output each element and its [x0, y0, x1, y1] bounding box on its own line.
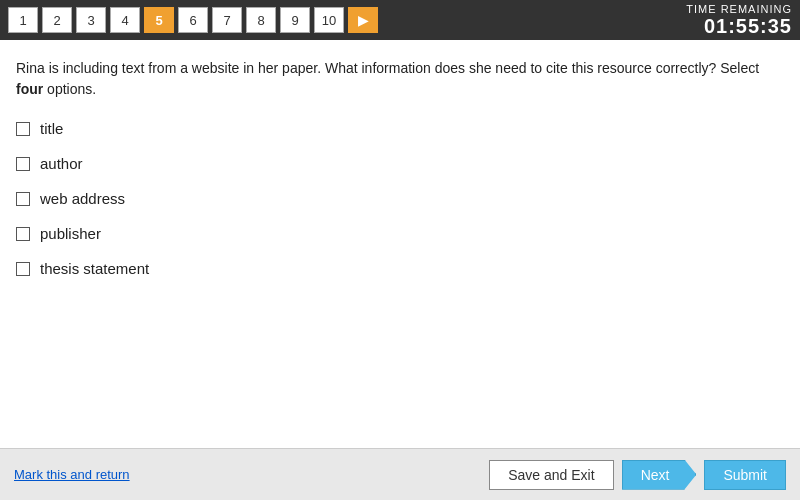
option-row-opt-thesis-statement: thesis statement	[16, 260, 784, 277]
checkbox-opt-thesis-statement[interactable]	[16, 262, 30, 276]
submit-button[interactable]: Submit	[704, 460, 786, 490]
option-label-opt-title: title	[40, 120, 63, 137]
checkbox-opt-author[interactable]	[16, 157, 30, 171]
next-button[interactable]: Next	[622, 460, 697, 490]
main-content: Rina is including text from a website in…	[0, 40, 800, 448]
top-navigation-bar: 12345678910▶ TIME REMAINING 01:55:35	[0, 0, 800, 40]
question-nav: 12345678910▶	[8, 7, 378, 33]
question-text-before: Rina is including text from a website in…	[16, 60, 759, 76]
nav-arrow-button[interactable]: ▶	[348, 7, 378, 33]
nav-btn-9[interactable]: 9	[280, 7, 310, 33]
timer-value: 01:55:35	[686, 15, 792, 38]
nav-btn-2[interactable]: 2	[42, 7, 72, 33]
option-label-opt-author: author	[40, 155, 83, 172]
option-row-opt-web-address: web address	[16, 190, 784, 207]
nav-btn-3[interactable]: 3	[76, 7, 106, 33]
options-list: titleauthorweb addresspublisherthesis st…	[16, 120, 784, 277]
nav-btn-6[interactable]: 6	[178, 7, 208, 33]
bottom-right-buttons: Save and Exit Next Submit	[489, 460, 786, 490]
timer-label: TIME REMAINING	[686, 3, 792, 15]
timer-section: TIME REMAINING 01:55:35	[686, 3, 792, 38]
option-label-opt-publisher: publisher	[40, 225, 101, 242]
option-label-opt-web-address: web address	[40, 190, 125, 207]
question-text-after: options.	[43, 81, 96, 97]
option-row-opt-publisher: publisher	[16, 225, 784, 242]
question-text: Rina is including text from a website in…	[16, 58, 784, 100]
save-exit-button[interactable]: Save and Exit	[489, 460, 613, 490]
nav-btn-8[interactable]: 8	[246, 7, 276, 33]
nav-btn-10[interactable]: 10	[314, 7, 344, 33]
nav-btn-5[interactable]: 5	[144, 7, 174, 33]
checkbox-opt-web-address[interactable]	[16, 192, 30, 206]
option-row-opt-author: author	[16, 155, 784, 172]
checkbox-opt-title[interactable]	[16, 122, 30, 136]
checkbox-opt-publisher[interactable]	[16, 227, 30, 241]
question-bold: four	[16, 81, 43, 97]
nav-btn-1[interactable]: 1	[8, 7, 38, 33]
option-label-opt-thesis-statement: thesis statement	[40, 260, 149, 277]
nav-btn-7[interactable]: 7	[212, 7, 242, 33]
nav-btn-4[interactable]: 4	[110, 7, 140, 33]
mark-return-button[interactable]: Mark this and return	[14, 467, 130, 482]
bottom-bar: Mark this and return Save and Exit Next …	[0, 448, 800, 500]
option-row-opt-title: title	[16, 120, 784, 137]
